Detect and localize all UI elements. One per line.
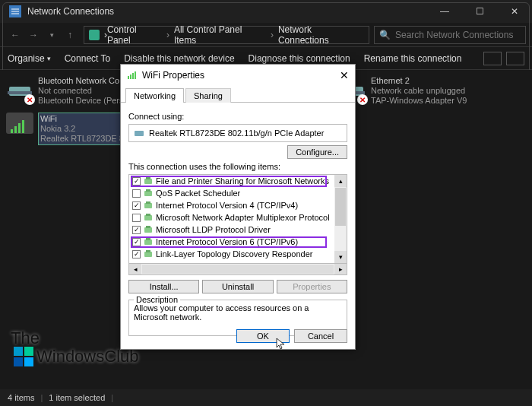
back-button[interactable]: ← (6, 26, 24, 44)
list-item[interactable]: ✓Microsoft LLDP Protocol Driver (129, 224, 334, 236)
svg-rect-6 (11, 129, 13, 133)
up-button[interactable]: ↑ (61, 26, 79, 44)
dialog-titlebar: WiFi Properties ✕ (121, 65, 355, 86)
protocol-icon (144, 213, 153, 222)
connection-device: TAP-Windows Adapter V9 (371, 96, 467, 106)
scrollbar-thumb[interactable] (142, 265, 334, 274)
svg-rect-17 (135, 71, 136, 79)
minimize-button[interactable]: — (427, 0, 462, 23)
scrollbar-thumb[interactable] (335, 188, 346, 226)
disabled-x-icon: ✕ (24, 94, 35, 105)
checkbox[interactable] (132, 189, 141, 198)
forward-button[interactable]: → (24, 26, 43, 44)
connection-name: WiFi (40, 114, 133, 124)
list-item[interactable]: ✓Internet Protocol Version 4 (TCP/IPv4) (129, 199, 334, 211)
status-selected-count: 1 item selected (49, 393, 105, 402)
scroll-down-button[interactable]: ▾ (334, 251, 347, 263)
wifi-dialog-icon (127, 70, 138, 81)
item-label: Microsoft Network Adapter Multiplexor Pr… (156, 213, 330, 222)
list-item[interactable]: ✓Internet Protocol Version 6 (TCP/IPv6) (129, 236, 334, 248)
horizontal-scrollbar[interactable]: ◂ ▸ (128, 263, 347, 275)
svg-rect-28 (146, 226, 150, 228)
svg-rect-8 (18, 123, 21, 133)
svg-rect-7 (14, 126, 17, 133)
diagnose-button[interactable]: Diagnose this connection (249, 53, 350, 64)
install-button[interactable]: Install... (128, 280, 199, 293)
disabled-x-icon: ✕ (357, 94, 368, 105)
item-label: File and Printer Sharing for Microsoft N… (156, 176, 329, 186)
uninstall-button[interactable]: Uninstall (202, 280, 273, 293)
scroll-up-button[interactable]: ▴ (334, 175, 347, 187)
breadcrumb-item[interactable]: Control Panel (107, 24, 162, 46)
wifi-icon (6, 113, 33, 140)
rename-button[interactable]: Rename this connection (364, 53, 462, 64)
view-options-button[interactable] (483, 52, 502, 65)
item-label: Internet Protocol Version 4 (TCP/IPv4) (156, 201, 298, 210)
close-button[interactable]: ✕ (497, 0, 532, 23)
svg-rect-18 (135, 131, 144, 136)
vertical-scrollbar[interactable]: ▴ ▾ (334, 175, 347, 263)
connect-to-button[interactable]: Connect To (65, 53, 111, 64)
properties-button[interactable]: Properties (277, 280, 347, 293)
status-item-count: 4 items (8, 393, 34, 402)
item-label: Microsoft LLDP Protocol Driver (156, 225, 271, 234)
breadcrumb-sep: › (166, 30, 169, 40)
breadcrumb-item[interactable]: All Control Panel Items (174, 24, 266, 46)
recent-dropdown[interactable]: ▾ (43, 26, 61, 44)
svg-rect-23 (144, 203, 152, 208)
tab-sharing[interactable]: Sharing (185, 88, 231, 103)
dialog-title: WiFi Properties (142, 70, 204, 81)
mouse-cursor-icon (276, 338, 288, 350)
list-item[interactable]: QoS Packet Scheduler (129, 187, 334, 199)
adapter-field[interactable]: Realtek RTL8723DE 802.11b/g/n PCIe Adapt… (128, 124, 347, 142)
svg-rect-25 (144, 215, 152, 220)
svg-rect-30 (146, 238, 150, 240)
bluetooth-icon: ✕ (6, 76, 33, 103)
dialog-close-button[interactable]: ✕ (340, 69, 349, 81)
svg-rect-32 (146, 250, 150, 252)
scroll-right-button[interactable]: ▸ (334, 264, 347, 274)
titlebar: Network Connections — ☐ ✕ (0, 0, 532, 23)
checkbox[interactable]: ✓ (132, 238, 141, 246)
checkbox[interactable]: ✓ (132, 226, 141, 234)
checkbox[interactable] (132, 214, 141, 222)
cancel-button[interactable]: Cancel (294, 329, 347, 343)
protocol-icon (144, 176, 153, 186)
uses-items-label: This connection uses the following items… (128, 162, 347, 171)
svg-rect-22 (146, 189, 150, 192)
svg-rect-31 (144, 252, 152, 257)
breadcrumb-sep: › (271, 30, 274, 40)
svg-rect-11 (24, 347, 33, 356)
breadcrumb-item[interactable]: Network Connections (278, 24, 364, 46)
status-bar: 4 items | 1 item selected | (0, 389, 532, 406)
breadcrumb[interactable]: › Control Panel › All Control Panel Item… (84, 26, 369, 44)
svg-rect-29 (144, 239, 152, 245)
list-item[interactable]: ✓File and Printer Sharing for Microsoft … (129, 175, 334, 187)
tab-networking[interactable]: Networking (125, 88, 184, 103)
connection-item-ethernet[interactable]: ✕ Ethernet 2 Network cable unplugged TAP… (339, 76, 506, 106)
items-listbox[interactable]: ✓File and Printer Sharing for Microsoft … (128, 174, 347, 264)
search-input[interactable] (395, 30, 521, 40)
connection-status: Not connected (38, 86, 124, 96)
maximize-button[interactable]: ☐ (462, 0, 497, 23)
connection-status: Nokia 3.2 (40, 124, 133, 134)
scroll-left-button[interactable]: ◂ (129, 264, 141, 274)
search-box[interactable]: 🔍 (374, 26, 526, 44)
svg-rect-12 (14, 357, 23, 366)
address-bar: ← → ▾ ↑ › Control Panel › All Control Pa… (0, 23, 532, 47)
checkbox[interactable]: ✓ (132, 201, 141, 210)
svg-rect-13 (24, 357, 33, 366)
help-button[interactable] (506, 52, 524, 65)
list-item[interactable]: Microsoft Network Adapter Multiplexor Pr… (129, 211, 334, 224)
windowsclub-logo-icon (14, 347, 33, 366)
configure-button[interactable]: Configure... (287, 145, 347, 159)
protocol-icon (144, 225, 153, 234)
disable-device-button[interactable]: Disable this network device (124, 53, 234, 64)
checkbox[interactable]: ✓ (132, 250, 141, 259)
adapter-icon (134, 128, 144, 138)
checkbox[interactable]: ✓ (132, 177, 141, 186)
protocol-icon (144, 189, 153, 198)
organise-menu[interactable]: Organise▾ (8, 53, 51, 64)
svg-rect-16 (132, 73, 134, 79)
list-item[interactable]: ✓Link-Layer Topology Discovery Responder (129, 248, 334, 260)
